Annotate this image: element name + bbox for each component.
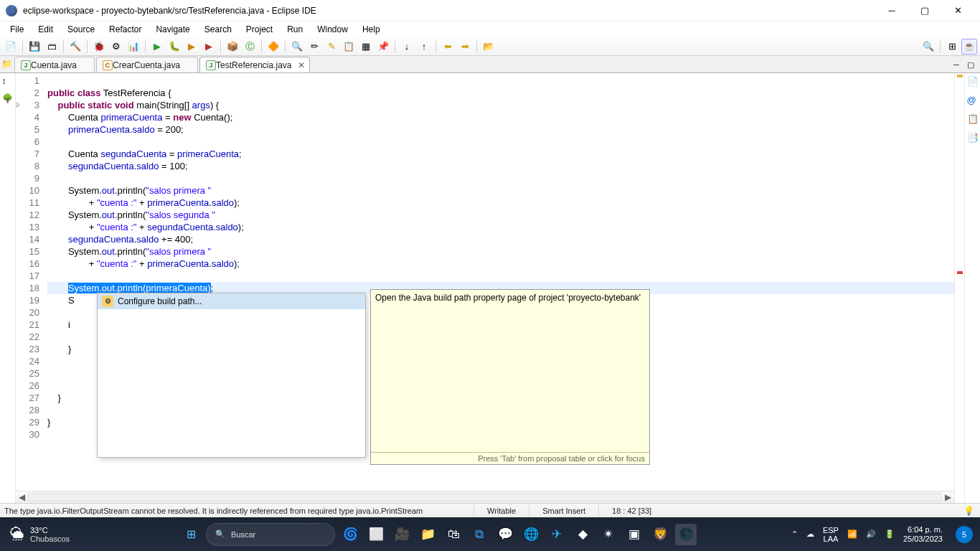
tray-onedrive-icon[interactable]: ☁: [806, 529, 814, 539]
code-line[interactable]: System.out.println("salos segunda ": [47, 209, 954, 221]
tray-datetime[interactable]: 6:04 p. m. 25/03/2023: [903, 525, 947, 544]
editor-tab[interactable]: JTestReferencia.java✕: [199, 57, 309, 72]
taskbar-search[interactable]: 🔍 Buscar: [206, 523, 335, 546]
run-button[interactable]: ▶: [149, 39, 165, 55]
perspective-button[interactable]: 📂: [481, 39, 496, 55]
app-store-icon[interactable]: 🛍: [443, 524, 464, 545]
quickfix-item[interactable]: ⚙ Configure build path...: [98, 293, 365, 309]
line-number[interactable]: 30: [16, 428, 39, 441]
close-button[interactable]: ✕: [941, 0, 974, 22]
debug-button[interactable]: 🐛: [166, 39, 182, 55]
line-number[interactable]: 29: [16, 416, 39, 428]
code-line[interactable]: + "cuenta :" + primeraCuenta.saldo);: [47, 197, 954, 209]
app-taskview-icon[interactable]: ⬜: [365, 524, 387, 545]
new-button[interactable]: 📄: [3, 39, 19, 55]
line-number[interactable]: 16: [16, 258, 39, 270]
tab-close-button[interactable]: ✕: [298, 60, 305, 70]
weather-widget[interactable]: 🌦 33°C Chubascos: [0, 526, 80, 543]
line-number[interactable]: 25: [16, 367, 39, 380]
line-number[interactable]: 7: [16, 148, 39, 160]
prev-annotation-button[interactable]: ↑: [416, 39, 432, 55]
overview-ruler[interactable]: [954, 73, 964, 503]
line-number[interactable]: 9: [16, 172, 39, 184]
new-class-button[interactable]: Ⓒ: [242, 39, 258, 55]
line-number[interactable]: 28: [16, 404, 39, 416]
java-perspective-button[interactable]: ☕: [961, 39, 977, 55]
quickfix-popup[interactable]: ⚙ Configure build path...: [97, 293, 366, 458]
code-line[interactable]: [47, 270, 954, 282]
minimize-button[interactable]: ─: [875, 0, 908, 22]
keyboard-lang2[interactable]: LAA: [823, 534, 839, 543]
line-number[interactable]: 27: [16, 392, 39, 404]
minimize-view-button[interactable]: ─: [950, 58, 963, 71]
open-perspective-button[interactable]: ⊞: [944, 39, 960, 55]
code-line[interactable]: [47, 75, 954, 87]
menu-window[interactable]: Window: [310, 23, 355, 36]
task-button[interactable]: 📋: [341, 39, 357, 55]
open-type-button[interactable]: 🔶: [265, 39, 281, 55]
line-number[interactable]: 20: [16, 306, 39, 319]
app-telegram-icon[interactable]: ✈: [546, 524, 567, 545]
system-tray[interactable]: ⌃ ☁ ESP LAA 📶 🔊 🔋 6:04 p. m. 25/03/2023 …: [784, 525, 980, 544]
line-number[interactable]: 17: [16, 270, 39, 282]
menu-refactor[interactable]: Refactor: [102, 23, 149, 36]
app-discord-icon[interactable]: 💬: [494, 524, 516, 545]
keyboard-lang1[interactable]: ESP: [823, 526, 839, 534]
app-misc2-icon[interactable]: ✴: [598, 524, 619, 545]
tray-wifi-icon[interactable]: 📶: [847, 529, 857, 539]
line-number[interactable]: 5: [16, 123, 39, 136]
line-number[interactable]: 14: [16, 233, 39, 245]
save-button[interactable]: 💾: [27, 39, 42, 55]
block-button[interactable]: ▦: [358, 39, 374, 55]
code-line[interactable]: segundaCuenta.saldo += 400;: [47, 233, 954, 245]
menu-file[interactable]: File: [3, 23, 31, 36]
app-misc1-icon[interactable]: ◆: [572, 524, 593, 545]
app-explorer-icon[interactable]: 📁: [417, 524, 438, 545]
line-number[interactable]: 1: [16, 75, 39, 87]
code-line[interactable]: Cuenta primeraCuenta = new Cuenta();: [47, 111, 954, 123]
code-line[interactable]: public class TestReferencia {: [47, 87, 954, 99]
tray-battery-icon[interactable]: 🔋: [885, 529, 895, 539]
annotation-button[interactable]: ✎: [324, 39, 339, 55]
line-number[interactable]: 10: [16, 184, 39, 197]
code-line[interactable]: System.out.println("salos primera ": [47, 184, 954, 197]
code-line[interactable]: primeraCuenta.saldo = 200;: [47, 123, 954, 136]
line-number[interactable]: 3: [16, 99, 39, 111]
task-list-icon[interactable]: @: [967, 95, 979, 106]
editor-tab[interactable]: JCuenta.java: [14, 57, 95, 72]
code-line[interactable]: + "cuenta :" + segundaCuenta.saldo);: [47, 221, 954, 233]
line-number[interactable]: 12: [16, 209, 39, 221]
tray-volume-icon[interactable]: 🔊: [866, 529, 876, 539]
hierarchy-icon[interactable]: 🌳: [2, 93, 14, 105]
tasks-icon[interactable]: 📋: [967, 113, 979, 125]
code-line[interactable]: + "cuenta :" + primeraCuenta.saldo);: [47, 258, 954, 270]
editor-tab[interactable]: CCrearCuenta.java: [96, 57, 198, 72]
line-number[interactable]: 21: [16, 319, 39, 331]
app-terminal-icon[interactable]: ▣: [623, 524, 645, 545]
line-number[interactable]: 23: [16, 343, 39, 355]
templates-icon[interactable]: 📑: [967, 132, 979, 143]
menu-navigate[interactable]: Navigate: [149, 23, 197, 36]
tray-chevron-icon[interactable]: ⌃: [791, 529, 798, 539]
line-number[interactable]: 2: [16, 87, 39, 99]
line-number[interactable]: 24: [16, 355, 39, 367]
app-vscode-icon[interactable]: ⧉: [468, 524, 490, 545]
start-button[interactable]: ⊞: [180, 524, 202, 545]
line-number[interactable]: 11: [16, 197, 39, 209]
menu-help[interactable]: Help: [355, 23, 387, 36]
external-tools-button[interactable]: ▶: [201, 39, 217, 55]
access-search-button[interactable]: 🔍: [920, 39, 936, 55]
line-number[interactable]: 22: [16, 331, 39, 343]
line-number[interactable]: 4: [16, 111, 39, 123]
menu-source[interactable]: Source: [60, 23, 102, 36]
app-brave-icon[interactable]: 🦁: [649, 524, 671, 545]
forward-button[interactable]: ➡: [457, 39, 473, 55]
notification-button[interactable]: 5: [956, 526, 973, 543]
line-number[interactable]: 6: [16, 136, 39, 148]
status-writable[interactable]: Writable: [473, 504, 529, 517]
app-chrome-icon[interactable]: 🌐: [520, 524, 542, 545]
app-camera-icon[interactable]: 🎥: [391, 524, 413, 545]
package-explorer-toggle-icon[interactable]: 📁: [1, 59, 13, 70]
maximize-view-button[interactable]: ▢: [964, 58, 977, 71]
app-swirl-icon[interactable]: 🌀: [339, 524, 361, 545]
